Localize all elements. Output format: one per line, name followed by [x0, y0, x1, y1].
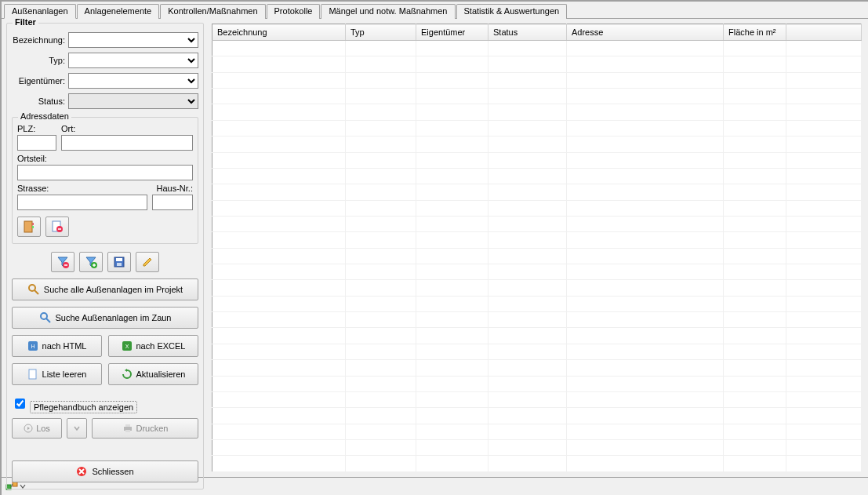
col-spacer — [786, 24, 862, 41]
filter-title: Filter — [13, 17, 38, 27]
go-dropdown-button[interactable] — [67, 418, 87, 439]
tab-bar: Außenanlagen Anlagenelemente Kontrollen/… — [2, 2, 868, 19]
clear-list-label: Liste leeren — [42, 369, 87, 379]
input-ortsteil[interactable] — [17, 165, 193, 180]
label-typ: Typ: — [12, 56, 68, 65]
address-book-button[interactable] — [17, 217, 41, 237]
table-area: Bezeichnung Typ Eigentümer Status Adress… — [209, 19, 868, 477]
tab-anlagenelemente[interactable]: Anlagenelemente — [77, 4, 160, 19]
search-project-button[interactable]: Suche alle Außenanlagen im Projekt — [12, 278, 198, 300]
print-label: Drucken — [136, 424, 169, 433]
go-button[interactable]: Los — [12, 418, 62, 439]
address-clear-button[interactable] — [45, 217, 69, 237]
go-label: Los — [36, 424, 50, 433]
filter-edit-button[interactable] — [136, 252, 159, 272]
tab-kontrollen[interactable]: Kontrollen/Maßnahmen — [160, 4, 265, 19]
filter-panel: Filter Bezeichnung: Typ: Eigentümer: Sta… — [2, 19, 209, 477]
svg-rect-16 — [29, 369, 36, 379]
svg-text:H: H — [31, 344, 35, 349]
refresh-button[interactable]: Aktualisieren — [108, 363, 198, 385]
svg-text:X: X — [125, 344, 129, 349]
close-label: Schliessen — [92, 467, 133, 476]
tab-statistik[interactable]: Statistik & Auswertungen — [456, 4, 568, 19]
filter-save-button[interactable] — [107, 252, 131, 272]
input-eigentuemer[interactable] — [68, 73, 198, 89]
input-ort[interactable] — [61, 135, 193, 151]
label-status: Status: — [12, 96, 68, 106]
input-plz[interactable] — [17, 135, 56, 151]
input-bezeichnung[interactable] — [68, 32, 198, 48]
refresh-label: Aktualisieren — [136, 369, 186, 379]
search-icon — [27, 283, 40, 296]
svg-rect-2 — [32, 226, 34, 228]
handbook-checkbox[interactable] — [15, 399, 25, 409]
excel-icon: X — [122, 340, 133, 351]
label-hausnr: Haus-Nr.: — [152, 184, 193, 193]
refresh-icon — [122, 369, 133, 380]
filter-remove-button[interactable] — [51, 252, 74, 272]
label-bezeichnung: Bezeichnung: — [12, 35, 68, 45]
handbook-label: Pflegehandbuch anzeigen — [30, 401, 137, 413]
search-fence-label: Suche Außenanlagen im Zaun — [56, 313, 172, 322]
search-project-label: Suche alle Außenanlagen im Projekt — [44, 285, 183, 294]
export-html-button[interactable]: H nach HTML — [12, 335, 102, 357]
save-icon — [113, 256, 125, 268]
svg-rect-1 — [32, 223, 34, 225]
label-strasse: Strasse: — [17, 184, 147, 193]
filter-add-button[interactable] — [79, 252, 103, 272]
printer-icon — [122, 423, 133, 434]
chevron-down-icon — [73, 424, 81, 432]
label-eigentuemer: Eigentümer: — [12, 76, 68, 86]
export-html-label: nach HTML — [42, 341, 87, 351]
input-hausnr[interactable] — [152, 195, 193, 210]
col-flaeche[interactable]: Fläche in m² — [724, 24, 786, 41]
label-ortsteil: Ortsteil: — [17, 154, 193, 163]
col-typ[interactable]: Typ — [346, 24, 416, 41]
address-book-icon — [23, 220, 35, 233]
search-fence-button[interactable]: Suche Außenanlagen im Zaun — [12, 307, 198, 329]
svg-point-11 — [41, 313, 47, 319]
label-plz: PLZ: — [17, 124, 56, 133]
funnel-add-icon — [85, 256, 97, 268]
data-table[interactable]: Bezeichnung Typ Eigentümer Status Adress… — [212, 24, 862, 472]
tab-maengel[interactable]: Mängel und notw. Maßnahmen — [321, 4, 455, 19]
col-eigentuemer[interactable]: Eigentümer — [416, 24, 488, 41]
export-excel-label: nach EXCEL — [136, 341, 186, 351]
svg-rect-8 — [116, 258, 122, 261]
funnel-remove-icon — [56, 256, 69, 268]
svg-point-10 — [29, 285, 35, 291]
address-group: Adressdaten PLZ: Ort: Ortsteil: — [12, 117, 198, 244]
close-icon — [76, 466, 87, 477]
svg-rect-20 — [125, 430, 130, 432]
col-adresse[interactable]: Adresse — [567, 24, 724, 41]
input-typ[interactable] — [68, 53, 198, 68]
clear-list-button[interactable]: Liste leeren — [12, 363, 102, 385]
input-strasse[interactable] — [17, 195, 147, 210]
tab-protokolle[interactable]: Protokolle — [267, 4, 321, 19]
play-icon — [24, 424, 33, 433]
document-icon — [27, 369, 38, 380]
close-button[interactable]: Schliessen — [12, 460, 198, 482]
html-icon: H — [27, 340, 38, 351]
pencil-icon — [141, 256, 154, 268]
search-fence-icon — [39, 311, 52, 324]
svg-rect-0 — [24, 221, 32, 232]
export-excel-button[interactable]: X nach EXCEL — [108, 335, 198, 357]
filter-group: Filter Bezeichnung: Typ: Eigentümer: Sta… — [6, 23, 204, 490]
col-bezeichnung[interactable]: Bezeichnung — [212, 24, 346, 41]
svg-rect-19 — [125, 424, 130, 427]
input-status[interactable] — [68, 93, 198, 109]
svg-rect-9 — [117, 263, 122, 266]
document-delete-icon — [51, 220, 64, 233]
table-body — [212, 41, 862, 472]
address-title: Adressdaten — [18, 111, 71, 121]
col-status[interactable]: Status — [488, 24, 567, 41]
label-ort: Ort: — [61, 124, 193, 133]
print-button[interactable]: Drucken — [92, 418, 198, 439]
